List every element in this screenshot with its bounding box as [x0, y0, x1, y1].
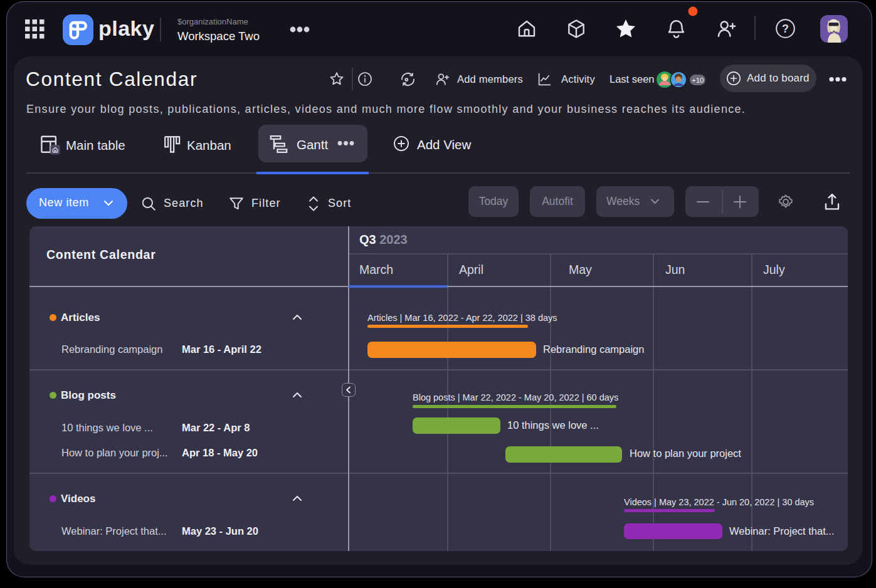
svg-text:?: ?: [782, 23, 789, 35]
